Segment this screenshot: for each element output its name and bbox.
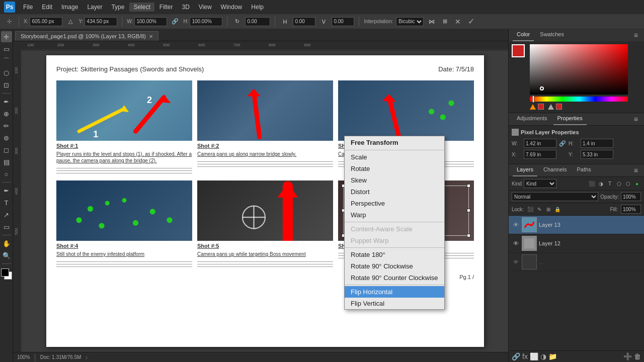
filter-adjustment-icon[interactable]: ◑	[597, 179, 605, 188]
use-relative-icon[interactable]: △	[65, 17, 75, 27]
y-input[interactable]	[85, 17, 117, 26]
storyboard-image-3[interactable]	[338, 80, 474, 141]
w-prop-input[interactable]	[524, 139, 556, 148]
paths-tab[interactable]: Paths	[573, 164, 595, 176]
menu-filter[interactable]: Filter	[155, 3, 177, 12]
menu-help[interactable]: Help	[247, 3, 268, 12]
lock-pixels-icon[interactable]: ⬛	[527, 206, 534, 213]
hand-tool[interactable]: ✋	[1, 238, 12, 249]
tab-close-button[interactable]: ✕	[149, 34, 153, 39]
layer-item-extra[interactable]: 👁 ...	[509, 253, 644, 272]
storyboard-image-1[interactable]: 1 2	[56, 80, 192, 141]
lock-artboards-icon[interactable]: ⊞	[545, 206, 552, 213]
quick-select-tool[interactable]: ⬡	[1, 67, 12, 78]
menu-image[interactable]: Image	[57, 3, 82, 12]
ctx-skew[interactable]: Skew	[345, 174, 444, 186]
clone-tool[interactable]: ⊚	[1, 132, 12, 143]
color-gamut-warning-icon[interactable]	[530, 104, 536, 110]
menu-view[interactable]: View	[195, 3, 216, 12]
x-input[interactable]	[30, 17, 62, 26]
angle-input[interactable]	[245, 17, 270, 26]
type-tool[interactable]: T	[1, 197, 12, 208]
ctx-rotate[interactable]: Rotate	[345, 163, 444, 174]
warp-icon[interactable]: ⋈	[427, 17, 437, 27]
ctx-distort[interactable]: Distort	[345, 186, 444, 198]
layer-item-12[interactable]: 👁 Layer 12	[509, 234, 644, 253]
layer-13-visibility-icon[interactable]: 👁	[512, 221, 520, 229]
properties-tab[interactable]: Properties	[553, 113, 587, 125]
heal-tool[interactable]: ⊕	[1, 108, 12, 119]
h-input[interactable]	[190, 17, 222, 26]
color-web-warning-icon[interactable]	[548, 104, 554, 110]
transform-handle-tr[interactable]	[467, 184, 470, 188]
commit-transform-button[interactable]: ✓	[466, 17, 476, 26]
properties-panel-menu-icon[interactable]: ≡	[632, 113, 640, 125]
filter-type-icon[interactable]: T	[606, 179, 614, 188]
ctx-warp[interactable]: Warp	[345, 209, 444, 221]
vskew-icon[interactable]: V	[318, 17, 329, 27]
h-prop-input[interactable]	[581, 139, 613, 148]
path-select-tool[interactable]: ↗	[1, 209, 12, 220]
ctx-rotate-90cw[interactable]: Rotate 90° Clockwise	[345, 260, 444, 272]
pen-tool[interactable]: ✒	[1, 185, 12, 196]
lock-all-icon[interactable]: 🔒	[554, 206, 561, 213]
menu-edit[interactable]: Edit	[38, 3, 56, 12]
brush-tool[interactable]: ✏	[1, 120, 12, 131]
layer-folder-icon[interactable]: 📁	[548, 352, 557, 360]
cancel-transform-button[interactable]: ✕	[453, 18, 463, 26]
layer-add-icon[interactable]: ➕	[623, 352, 632, 360]
menu-window[interactable]: Window	[217, 3, 247, 12]
color-gamut-swatch[interactable]	[538, 104, 544, 110]
ctx-flip-vertical[interactable]: Flip Vertical	[345, 298, 444, 309]
active-color-swatch[interactable]	[512, 44, 525, 57]
ctx-rotate-180[interactable]: Rotate 180°	[345, 249, 444, 260]
layer-mask-icon[interactable]: ⬜	[530, 352, 538, 360]
transform-icon[interactable]: ⊹	[4, 17, 14, 27]
blend-mode-select[interactable]: Normal	[512, 192, 598, 201]
interpolation-select[interactable]: Bicubic	[396, 17, 424, 26]
vskew-input[interactable]	[332, 17, 354, 26]
zoom-tool[interactable]: 🔍	[1, 250, 12, 261]
transform-handle-mr[interactable]	[467, 209, 470, 212]
foreground-color-swatch[interactable]	[1, 268, 9, 277]
menu-type[interactable]: Type	[107, 3, 128, 12]
layer-item-13[interactable]: 👁 Layer 13	[509, 216, 644, 234]
hue-slider[interactable]	[530, 97, 628, 102]
crop-tool[interactable]: ⊡	[1, 79, 12, 90]
color-saturation-picker[interactable]	[530, 44, 628, 95]
storyboard-image-2[interactable]	[197, 80, 333, 141]
layers-tab[interactable]: Layers	[513, 164, 537, 176]
link-proportions-icon[interactable]: 🔗	[170, 17, 180, 27]
filter-shape-icon[interactable]: ⬠	[615, 179, 623, 188]
ctx-flip-horizontal[interactable]: Flip Horizontal	[345, 286, 444, 298]
menu-file[interactable]: File	[19, 3, 37, 12]
layers-panel-menu-icon[interactable]: ≡	[632, 164, 640, 176]
filter-pixel-icon[interactable]: ⬛	[588, 179, 596, 188]
ctx-perspective[interactable]: Perspective	[345, 198, 444, 209]
fill-input[interactable]	[621, 205, 641, 214]
ctx-rotate-90ccw[interactable]: Rotate 90° Counter Clockwise	[345, 272, 444, 284]
storyboard-image-4[interactable]	[56, 180, 192, 241]
transform-handle-br[interactable]	[467, 234, 470, 237]
color-panel-menu-icon[interactable]: ≡	[632, 29, 640, 41]
ctx-scale[interactable]: Scale	[345, 151, 444, 163]
move-tool[interactable]: ✛	[1, 31, 12, 42]
lock-position-icon[interactable]: ✎	[536, 206, 543, 213]
layer-link-icon[interactable]: 🔗	[512, 352, 520, 360]
hskew-icon[interactable]: H	[280, 17, 290, 27]
eyedropper-tool[interactable]: ✒	[1, 96, 12, 107]
opacity-input[interactable]	[621, 192, 641, 201]
y-prop-input[interactable]	[581, 150, 613, 159]
menu-layer[interactable]: Layer	[83, 3, 106, 12]
channels-tab[interactable]: Channels	[539, 164, 571, 176]
shape-tool[interactable]: ▭	[1, 221, 12, 232]
menu-select[interactable]: Select	[129, 3, 154, 12]
rotate-icon[interactable]: ↻	[232, 17, 242, 27]
storyboard-image-5[interactable]	[197, 180, 333, 241]
commit-align-icon[interactable]: ⊞	[440, 17, 450, 27]
layer-delete-icon[interactable]: 🗑	[634, 352, 641, 360]
layer-extra-visibility-icon[interactable]: 👁	[512, 258, 520, 266]
gradient-tool[interactable]: ▤	[1, 156, 12, 167]
filter-toggle-icon[interactable]: ●	[633, 179, 641, 188]
layer-adjustment-icon[interactable]: ◑	[540, 352, 546, 360]
